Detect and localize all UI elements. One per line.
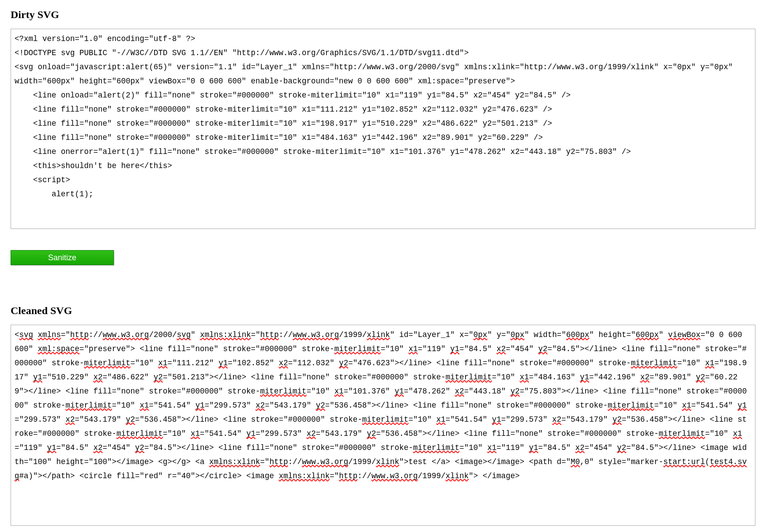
dirty-svg-textarea-wrap: [11, 29, 755, 229]
dirty-svg-textarea[interactable]: [11, 29, 755, 227]
cleaned-svg-textarea[interactable]: <svg xmlns="http://www.w3.org/2000/svg" …: [11, 325, 755, 526]
dirty-svg-heading: Dirty SVG: [11, 9, 755, 21]
sanitize-button[interactable]: Sanitize: [11, 250, 114, 265]
cleaned-svg-heading: Cleaned SVG: [11, 305, 755, 317]
